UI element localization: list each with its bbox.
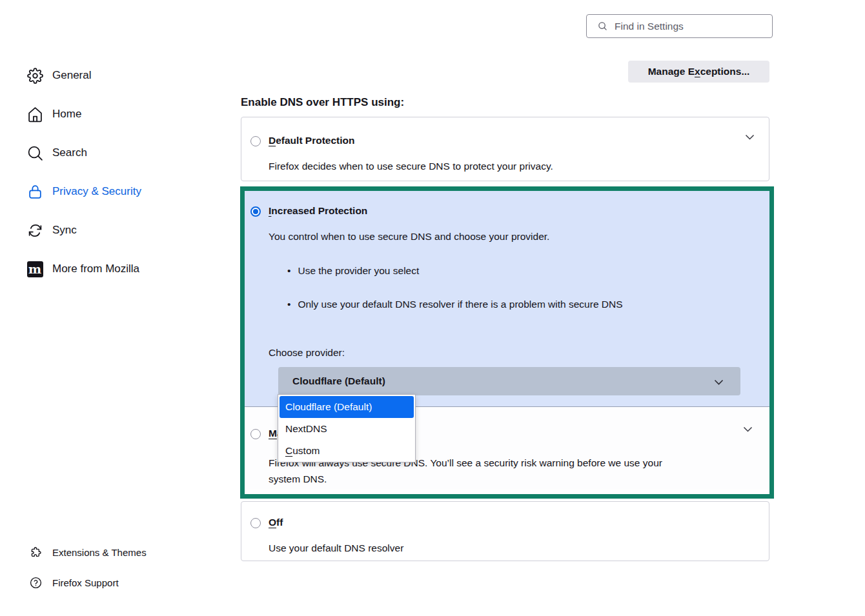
- sidebar-item-privacy-security[interactable]: Privacy & Security: [26, 172, 207, 211]
- chevron-down-icon[interactable]: [743, 426, 753, 432]
- sidebar-label-more-from-mozilla: More from Mozilla: [52, 263, 139, 275]
- chevron-down-icon[interactable]: [745, 134, 755, 140]
- sidebar-label-firefox-support: Firefox Support: [52, 577, 119, 588]
- default-protection-description: Firefox decides when to use secure DNS t…: [269, 161, 553, 172]
- puzzle-icon: [29, 546, 42, 559]
- dropdown-option-custom[interactable]: Custom: [280, 440, 414, 462]
- provider-dropdown-popup: Cloudflare (Default) NextDNS Custom: [278, 394, 416, 462]
- provider-select[interactable]: Cloudflare (Default): [278, 367, 740, 395]
- off-description: Use your default DNS resolver: [269, 542, 403, 554]
- sidebar-label-general: General: [52, 69, 91, 82]
- mozilla-icon: m: [26, 261, 43, 277]
- sidebar-item-search[interactable]: Search: [26, 134, 207, 172]
- chevron-down-icon: [714, 379, 724, 385]
- sidebar-label-sync: Sync: [52, 224, 77, 237]
- option-increased-protection: Increased Protection You control when to…: [245, 191, 769, 407]
- search-icon: [26, 144, 43, 161]
- choose-provider-label: Choose provider:: [269, 347, 345, 359]
- sidebar-item-home[interactable]: Home: [26, 95, 207, 134]
- provider-select-value: Cloudflare (Default): [292, 375, 385, 387]
- dropdown-option-nextdns[interactable]: NextDNS: [280, 418, 414, 440]
- sidebar-footer: Extensions & Themes Firefox Support: [29, 537, 147, 598]
- sidebar-item-general[interactable]: General: [26, 56, 207, 95]
- manage-exceptions-accesskey: x: [695, 66, 700, 77]
- increased-protection-bullet-1: Use the provider you select: [287, 265, 419, 277]
- sidebar-item-sync[interactable]: Sync: [26, 211, 207, 250]
- radio-off[interactable]: [250, 518, 261, 528]
- default-protection-label[interactable]: Default Protection: [269, 135, 355, 146]
- off-label[interactable]: Off: [269, 517, 283, 528]
- settings-sidebar: General Home Search: [26, 56, 207, 288]
- sidebar-label-privacy-security: Privacy & Security: [52, 185, 141, 198]
- dns-over-https-heading: Enable DNS over HTTPS using:: [241, 96, 404, 109]
- option-default-protection: Default Protection Firefox decides when …: [241, 117, 769, 181]
- increased-protection-label[interactable]: Increased Protection: [269, 205, 367, 217]
- radio-increased-protection[interactable]: [250, 206, 261, 217]
- search-icon: [598, 21, 607, 31]
- sync-icon: [26, 222, 43, 239]
- radio-default-protection[interactable]: [250, 136, 261, 146]
- sidebar-label-home: Home: [52, 108, 81, 121]
- home-icon: [26, 106, 43, 123]
- manage-exceptions-button[interactable]: Manage Exceptions...: [628, 61, 769, 83]
- option-off: Off Use your default DNS resolver: [241, 501, 769, 561]
- sidebar-item-extensions-themes[interactable]: Extensions & Themes: [29, 537, 147, 568]
- manage-exceptions-label-post: ceptions...: [700, 66, 750, 77]
- lock-icon: [26, 183, 43, 200]
- manage-exceptions-label: Manage E: [648, 66, 695, 77]
- dropdown-option-cloudflare[interactable]: Cloudflare (Default): [280, 396, 414, 418]
- increased-protection-bullet-2: Only use your default DNS resolver if th…: [287, 299, 623, 310]
- settings-search-input[interactable]: [615, 21, 757, 32]
- sidebar-item-more-from-mozilla[interactable]: m More from Mozilla: [26, 250, 207, 288]
- sidebar-label-extensions-themes: Extensions & Themes: [52, 547, 147, 558]
- radio-max-protection[interactable]: [250, 429, 261, 439]
- help-icon: [29, 577, 42, 590]
- increased-protection-description: You control when to use secure DNS and c…: [269, 231, 549, 243]
- sidebar-label-search: Search: [52, 146, 87, 159]
- sidebar-item-firefox-support[interactable]: Firefox Support: [29, 568, 147, 598]
- gear-icon: [26, 67, 43, 84]
- firefox-settings-page: Manage Exceptions... General Home: [0, 0, 865, 616]
- settings-search-box[interactable]: [586, 14, 773, 38]
